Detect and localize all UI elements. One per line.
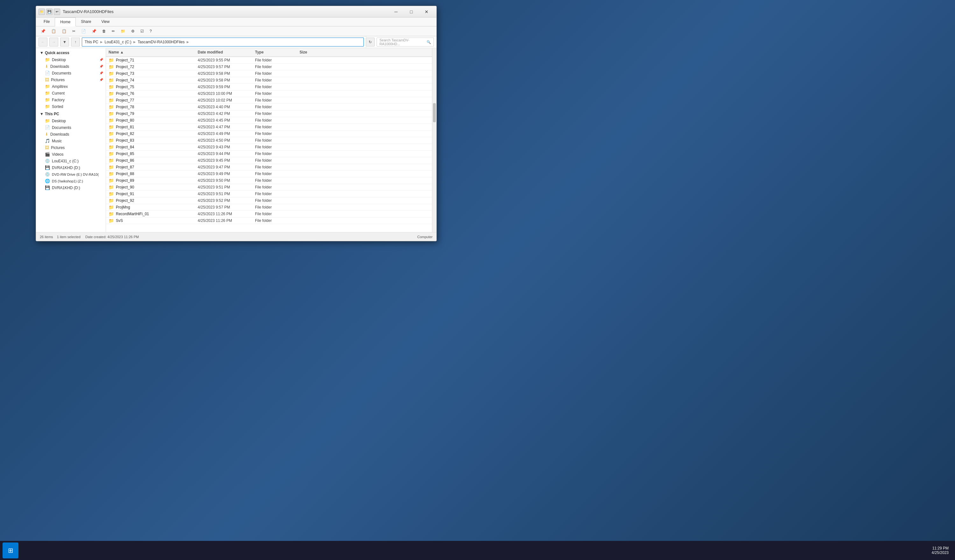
table-row[interactable]: 📁 Project_85 4/25/2023 9:44 PM File fold… <box>106 150 432 157</box>
copy-button[interactable]: 📋 <box>49 28 58 35</box>
table-row[interactable]: 📁 Project_81 4/25/2023 4:47 PM File fold… <box>106 124 432 131</box>
sidebar-item-desktop[interactable]: 📁 Desktop 📌 <box>36 56 106 63</box>
tab-view[interactable]: View <box>96 17 114 26</box>
pin-to-quick-access-button[interactable]: 📌 <box>39 28 48 35</box>
sidebar-item-dvd-drive[interactable]: 💿 DVD-RW Drive (E:) DV-RA10( <box>36 171 106 178</box>
file-type: File folder <box>252 125 297 129</box>
sidebar-item-downloads[interactable]: ⬇ Downloads 📌 <box>36 63 106 70</box>
file-name: 📁 Project_80 <box>106 118 195 123</box>
table-row[interactable]: 📁 Project_77 4/25/2023 10:02 PM File fol… <box>106 97 432 104</box>
table-row[interactable]: 📁 RecordMartHiFi_01 4/25/2023 11:26 PM F… <box>106 211 432 217</box>
sidebar-item-factory[interactable]: 📁 Factory <box>36 97 106 103</box>
scrollbar-thumb[interactable] <box>433 103 436 122</box>
sidebar-item-this-downloads[interactable]: ⬇ Downloads <box>36 131 106 138</box>
table-row[interactable]: 📁 Project_76 4/25/2023 10:00 PM File fol… <box>106 91 432 97</box>
system-menu-icon[interactable]: 📁 <box>39 9 45 15</box>
folder-icon: 📁 <box>108 91 114 96</box>
forward-button[interactable]: → <box>49 38 58 47</box>
sidebar-item-this-desktop[interactable]: 📁 Desktop <box>36 117 106 124</box>
table-row[interactable]: 📁 Project_83 4/25/2023 4:50 PM File fold… <box>106 137 432 144</box>
col-header-size[interactable]: Size <box>297 49 323 55</box>
minimize-button[interactable]: ─ <box>389 7 403 17</box>
file-name: 📁 Project_85 <box>106 151 195 156</box>
this-pc-header[interactable]: ▼ This PC <box>36 111 106 117</box>
help-button[interactable]: ? <box>147 28 154 35</box>
sidebar-item-c-drive[interactable]: 💿 LouE431_c (C:) <box>36 158 106 164</box>
table-row[interactable]: 📁 Project_82 4/25/2023 4:49 PM File fold… <box>106 131 432 137</box>
path-thispc[interactable]: This PC <box>85 40 99 44</box>
path-folder[interactable]: TascamDV-RA1000HDFiles <box>138 40 185 44</box>
table-row[interactable]: 📁 Project_84 4/25/2023 9:43 PM File fold… <box>106 144 432 150</box>
tab-file[interactable]: File <box>39 17 55 26</box>
start-button[interactable]: ⊞ <box>3 543 19 558</box>
sidebar-item-amplitrex[interactable]: 📁 Amplitrex <box>36 83 106 90</box>
sidebar-item-current[interactable]: 📁 Current <box>36 90 106 97</box>
clock-date: 4/25/2023 <box>932 551 949 555</box>
path-drive[interactable]: LouE431_c (C:) <box>105 40 132 44</box>
table-row[interactable]: 📁 ProjMng 4/25/2023 9:57 PM File folder <box>106 204 432 211</box>
table-row[interactable]: 📁 Project_80 4/25/2023 4:45 PM File fold… <box>106 117 432 124</box>
tab-home[interactable]: Home <box>55 17 76 27</box>
sidebar-item-this-music[interactable]: 🎵 Music <box>36 138 106 144</box>
scrollbar[interactable] <box>432 48 437 232</box>
paste-shortcut-button[interactable]: 📌 <box>89 28 99 35</box>
table-row[interactable]: 📁 Project_92 4/25/2023 9:52 PM File fold… <box>106 197 432 204</box>
refresh-button[interactable]: ↻ <box>366 38 375 47</box>
sidebar-item-this-documents[interactable]: 📄 Documents <box>36 124 106 131</box>
file-name: 📁 Project_89 <box>106 178 195 183</box>
quick-access-header[interactable]: ▼ Quick access <box>36 49 106 56</box>
col-header-type[interactable]: Type <box>252 49 297 55</box>
file-date: 4/25/2023 10:02 PM <box>195 98 252 103</box>
table-row[interactable]: 📁 Project_89 4/25/2023 9:50 PM File fold… <box>106 177 432 184</box>
col-header-name[interactable]: Name ▲ <box>106 49 195 55</box>
table-row[interactable]: 📁 Project_73 4/25/2023 9:58 PM File fold… <box>106 70 432 77</box>
address-path[interactable]: This PC ► LouE431_c (C:) ► TascamDV-RA10… <box>82 38 364 47</box>
chevron-down-icon: ▼ <box>40 51 44 55</box>
table-row[interactable]: 📁 Project_79 4/25/2023 4:42 PM File fold… <box>106 111 432 117</box>
properties-button[interactable]: ⚙ <box>129 28 137 35</box>
up-button[interactable]: ↑ <box>71 38 80 47</box>
recent-button[interactable]: ▼ <box>60 38 69 47</box>
table-row[interactable]: 📁 Project_90 4/25/2023 9:51 PM File fold… <box>106 184 432 191</box>
table-row[interactable]: 📁 Project_86 4/25/2023 9:45 PM File fold… <box>106 157 432 164</box>
sidebar-item-d-drive[interactable]: 💾 DVRA1KHD (D:) <box>36 164 106 171</box>
folder-icon: 📁 <box>108 71 114 76</box>
search-box[interactable]: Search TascamDV-RA1000HD... 🔍 <box>377 38 434 47</box>
folder-icon: 📁 <box>108 198 114 203</box>
sidebar-item-pictures[interactable]: 🖼 Pictures 📌 <box>36 77 106 83</box>
paste-button[interactable]: 📋 <box>59 28 69 35</box>
table-row[interactable]: 📁 Project_74 4/25/2023 9:58 PM File fold… <box>106 77 432 84</box>
rename-button[interactable]: ✏ <box>110 28 117 35</box>
table-row[interactable]: 📁 Project_71 4/25/2023 9:55 PM File fold… <box>106 57 432 64</box>
sidebar-item-sorted[interactable]: 📁 Sorted <box>36 103 106 110</box>
back-button[interactable]: ← <box>39 38 47 47</box>
select-all-button[interactable]: ☑ <box>138 28 146 35</box>
pin-icon: 📌 <box>99 78 103 81</box>
sidebar-item-documents[interactable]: 📄 Documents 📌 <box>36 70 106 77</box>
sidebar-item-this-videos[interactable]: 🎬 Videos <box>36 151 106 158</box>
close-button[interactable]: ✕ <box>419 7 434 17</box>
table-row[interactable]: 📁 Project_87 4/25/2023 9:47 PM File fold… <box>106 164 432 171</box>
col-header-date[interactable]: Date modified <box>195 49 252 55</box>
delete-button[interactable]: 🗑 <box>100 28 108 35</box>
copy-path-button[interactable]: 📄 <box>79 28 88 35</box>
file-type: File folder <box>252 172 297 176</box>
sidebar-item-d-drive2[interactable]: 💾 DVRA1KHD (D:) <box>36 185 106 191</box>
table-row[interactable]: 📁 Project_88 4/25/2023 9:49 PM File fold… <box>106 171 432 177</box>
quick-access-icon1[interactable]: 💾 <box>46 9 53 15</box>
table-row[interactable]: 📁 Project_75 4/25/2023 9:59 PM File fold… <box>106 84 432 91</box>
table-row[interactable]: 📁 Project_72 4/25/2023 9:57 PM File fold… <box>106 64 432 70</box>
cut-button[interactable]: ✂ <box>70 28 78 35</box>
sidebar-item-this-pictures[interactable]: 🖼 Pictures <box>36 144 106 151</box>
new-folder-button[interactable]: 📁 <box>118 28 128 35</box>
table-row[interactable]: 📁 SvS 4/25/2023 11:26 PM File folder <box>106 217 432 224</box>
folder-icon: 📁 <box>108 84 114 89</box>
tab-share[interactable]: Share <box>76 17 96 26</box>
quick-access-icon2[interactable]: ↩ <box>54 9 60 15</box>
table-row[interactable]: 📁 Project_91 4/25/2023 9:51 PM File fold… <box>106 191 432 197</box>
quick-access-label: Quick access <box>45 51 69 55</box>
table-row[interactable]: 📁 Project_78 4/25/2023 4:40 PM File fold… <box>106 104 432 111</box>
maximize-button[interactable]: □ <box>404 7 419 17</box>
file-date: 4/25/2023 10:00 PM <box>195 91 252 96</box>
sidebar-item-network-drive[interactable]: 🌐 DS (\\wikshop1) (Z:) <box>36 178 106 185</box>
